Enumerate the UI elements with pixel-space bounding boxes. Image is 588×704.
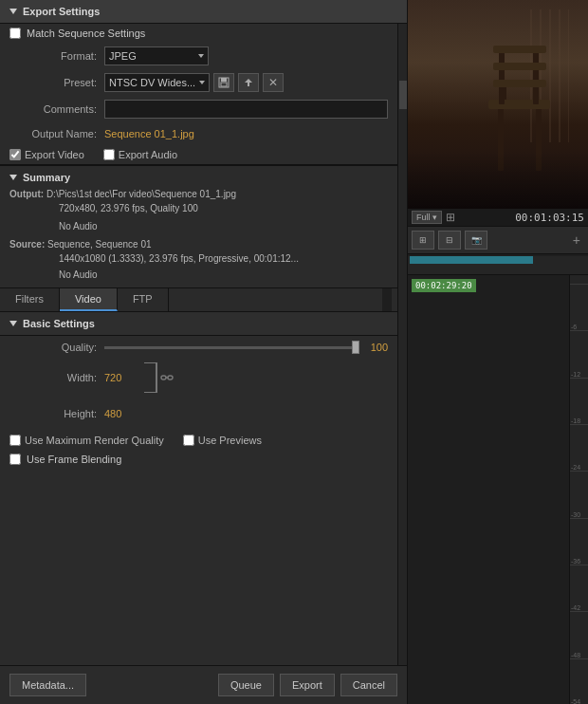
ruler-mark: -54 xyxy=(570,659,588,704)
queue-button[interactable]: Queue xyxy=(218,674,274,696)
output-name-control: Sequence 01_1.jpg xyxy=(104,128,388,139)
svg-rect-16 xyxy=(499,47,505,104)
use-previews-checkbox[interactable] xyxy=(183,435,194,446)
export-checkboxes-row: Export Video Export Audio xyxy=(0,145,397,164)
preset-import-btn[interactable] xyxy=(238,73,259,92)
tab-filters[interactable]: Filters xyxy=(0,288,60,311)
zoom-fit-btn[interactable]: ⊞ xyxy=(446,211,455,224)
comments-control xyxy=(104,100,388,119)
max-render-check: Use Maximum Render Quality xyxy=(9,435,164,446)
format-label: Format: xyxy=(9,50,104,62)
summary-section: Summary Output: D:\Pics\1st dec\For vide… xyxy=(0,165,397,287)
ruler-mark: -30 xyxy=(570,472,588,518)
timeline-area: 00:02:29:20 -6 -12 -18 -24 -30 -36 xyxy=(408,254,588,704)
use-previews-label: Use Previews xyxy=(198,435,262,446)
tab-ftp[interactable]: FTP xyxy=(118,288,169,311)
timeline-header xyxy=(408,256,588,275)
transport-btn-1[interactable]: ⊞ xyxy=(412,231,434,250)
svg-rect-2 xyxy=(221,83,227,86)
bottom-buttons: Metadata... Queue Export Cancel xyxy=(0,665,407,704)
chain-icon xyxy=(159,370,175,385)
comments-input[interactable] xyxy=(104,100,388,119)
basic-settings-header[interactable]: Basic Settings xyxy=(0,312,397,336)
source-value: Sequence, Sequence 01 xyxy=(47,239,152,250)
transport-controls: ⊞ ⊟ 📷 + xyxy=(408,227,588,254)
svg-rect-18 xyxy=(493,46,546,53)
quality-slider-container: 100 xyxy=(104,342,388,353)
comments-row: Comments: xyxy=(0,96,397,122)
summary-collapse-icon[interactable] xyxy=(9,175,17,180)
add-btn[interactable]: + xyxy=(569,232,584,248)
source-specs: 1440x1080 (1.3333), 23.976 fps, Progress… xyxy=(59,253,299,264)
ruler-marks-container: -6 -12 -18 -24 -30 -36 -42 -48 -54 xyxy=(570,285,588,704)
summary-content: Output: D:\Pics\1st dec\For video\Sequen… xyxy=(9,187,388,282)
export-video-check: Export Video xyxy=(9,149,84,160)
settings-scrollbar[interactable] xyxy=(397,24,407,665)
cancel-button[interactable]: Cancel xyxy=(340,674,397,696)
quality-slider[interactable] xyxy=(104,346,359,349)
output-specs: 720x480, 23.976 fps, Quality 100 xyxy=(59,203,198,213)
settings-scroll-inner[interactable]: Match Sequence Settings Format: JPEG Pre… xyxy=(0,24,397,665)
preset-save-btn[interactable] xyxy=(213,73,234,92)
height-value[interactable]: 480 xyxy=(104,408,133,419)
basic-settings-title: Basic Settings xyxy=(23,318,95,329)
preset-delete-btn[interactable]: ✕ xyxy=(263,73,284,92)
timeline-body: 00:02:29:20 -6 -12 -18 -24 -30 -36 xyxy=(408,275,588,704)
no-audio: No Audio xyxy=(59,221,98,232)
timeline-timecode-display: 00:02:29:20 xyxy=(412,279,476,292)
export-audio-label: Export Audio xyxy=(119,149,177,160)
panel-title: Export Settings xyxy=(23,6,100,17)
timecode-controls: Full ▾ ⊞ xyxy=(412,211,511,224)
collapse-icon[interactable] xyxy=(9,9,17,14)
output-specs-line: 720x480, 23.976 fps, Quality 100 xyxy=(9,201,388,215)
tab-scrollbar[interactable] xyxy=(382,288,392,311)
ruler-mark: -6 xyxy=(570,285,588,331)
transport-btn-2[interactable]: ⊟ xyxy=(438,231,461,250)
output-name-link[interactable]: Sequence 01_1.jpg xyxy=(104,128,194,139)
preset-dropdown-arrow xyxy=(199,81,205,84)
quality-row: Quality: 100 xyxy=(0,336,397,359)
height-control: 480 xyxy=(104,408,388,419)
frame-blending-row: Use Frame Blending xyxy=(0,450,397,469)
ruler-mark: -24 xyxy=(570,425,588,472)
frame-blending-label: Use Frame Blending xyxy=(27,454,121,465)
transport-btn-3[interactable]: 📷 xyxy=(465,231,487,250)
tab-video[interactable]: Video xyxy=(60,288,118,311)
metadata-button[interactable]: Metadata... xyxy=(9,674,86,696)
export-button[interactable]: Export xyxy=(280,674,335,696)
svg-rect-3 xyxy=(161,376,166,380)
width-value[interactable]: 720 xyxy=(104,372,133,383)
svg-rect-4 xyxy=(168,376,173,380)
tab-scroll-area xyxy=(169,288,397,311)
svg-rect-1 xyxy=(221,78,227,82)
scrollbar-thumb[interactable] xyxy=(399,81,407,109)
render-checkboxes: Use Maximum Render Quality Use Previews xyxy=(0,427,397,450)
export-settings-panel: Export Settings Match Sequence Settings … xyxy=(0,0,408,704)
preview-gradient xyxy=(408,152,588,209)
export-audio-checkbox[interactable] xyxy=(103,149,115,160)
no-audio-line: No Audio xyxy=(9,219,388,233)
match-sequence-label: Match Sequence Settings xyxy=(27,28,145,39)
svg-rect-17 xyxy=(533,47,539,104)
source-no-audio-line: No Audio xyxy=(9,268,388,282)
height-row: Height: 480 xyxy=(9,402,388,425)
format-dropdown[interactable]: JPEG xyxy=(104,46,209,65)
height-label: Height: xyxy=(9,408,104,419)
bracket-shape xyxy=(144,362,157,393)
max-render-checkbox[interactable] xyxy=(9,435,21,446)
match-sequence-checkbox[interactable] xyxy=(9,28,21,39)
format-control: JPEG xyxy=(104,46,388,65)
vertical-ruler: -6 -12 -18 -24 -30 -36 -42 -48 -54 xyxy=(569,275,588,704)
chain-icon-container[interactable] xyxy=(159,370,175,387)
frame-blending-checkbox[interactable] xyxy=(9,454,21,465)
panel-header: Export Settings xyxy=(0,0,407,24)
export-video-checkbox[interactable] xyxy=(9,149,21,160)
preset-dropdown[interactable]: NTSC DV Wides... xyxy=(104,73,210,92)
timeline-teal-bar xyxy=(410,256,533,264)
full-dropdown[interactable]: Full ▾ xyxy=(412,211,442,224)
svg-rect-20 xyxy=(493,80,546,87)
ruler-mark: -12 xyxy=(570,331,588,378)
source-no-audio: No Audio xyxy=(59,269,98,280)
output-name-row: Output Name: Sequence 01_1.jpg xyxy=(0,122,397,145)
width-label: Width: xyxy=(9,372,104,383)
